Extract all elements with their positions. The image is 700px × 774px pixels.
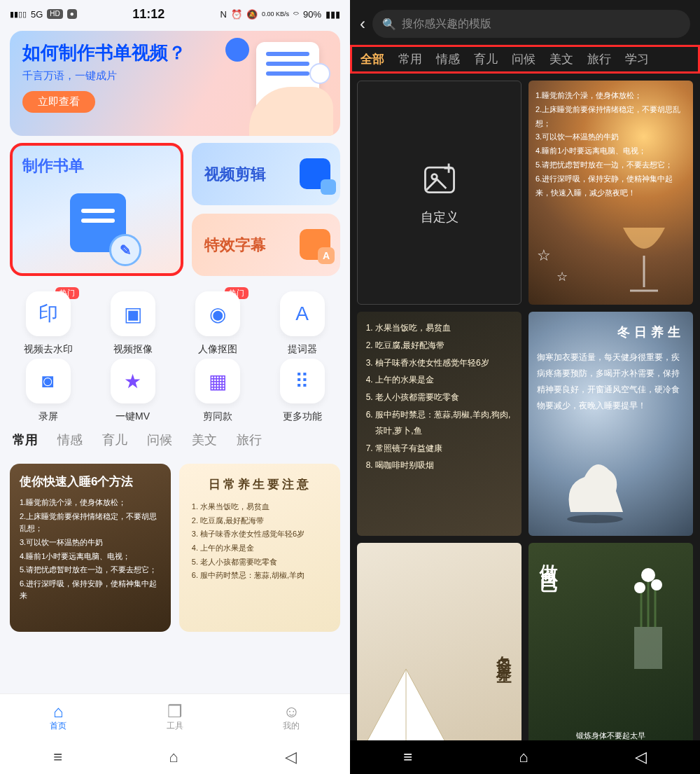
recents-button[interactable]: ≡ bbox=[403, 748, 412, 766]
tile-label: 视频剪辑 bbox=[204, 164, 266, 185]
wineglass-icon bbox=[616, 221, 672, 298]
home-icon: ⌂ bbox=[53, 703, 64, 720]
text-fx-icon bbox=[300, 229, 330, 260]
nfc-icon: N bbox=[220, 9, 227, 20]
tab-emotion[interactable]: 情感 bbox=[436, 51, 460, 67]
bottom-nav: ⌂首页 ❒工具 ☺我的 bbox=[0, 693, 350, 740]
portrait-icon: ◉ bbox=[195, 291, 240, 336]
tab-essay[interactable]: 美文 bbox=[192, 431, 217, 448]
template-title: 使你快速入睡6个方法 bbox=[20, 472, 161, 491]
tool-label: 录屏 bbox=[38, 410, 58, 423]
template-title: 冬日养生 bbox=[537, 320, 685, 344]
filmstrip-icon: ▦ bbox=[195, 359, 240, 403]
svg-point-2 bbox=[567, 515, 623, 523]
banner-cta-button[interactable]: 立即查看 bbox=[22, 91, 95, 113]
category-tabs: 常用 情感 育儿 问候 美文 旅行 bbox=[0, 431, 350, 448]
tool-portrait-cutout[interactable]: 热门◉人像抠图 bbox=[175, 291, 260, 356]
template-be-yourself[interactable]: 做自已 锻炼身体不要起太早 寒冬洗澡不要天天到 bbox=[528, 543, 693, 760]
tab-parenting[interactable]: 育儿 bbox=[102, 431, 127, 448]
tab-greeting[interactable]: 问候 bbox=[147, 431, 172, 448]
category-tabs-right: 全部 常用 情感 育儿 问候 美文 旅行 学习 bbox=[350, 45, 700, 74]
tool-more[interactable]: ⠿更多功能 bbox=[260, 359, 344, 423]
template-card-sleep[interactable]: 使你快速入睡6个方法 1.睡觉前洗个澡，使身体放松； 2.上床睡觉前要保持情绪稳… bbox=[10, 464, 171, 632]
star-icon: ☆ bbox=[537, 242, 551, 270]
template-title: 日常养生要注意 bbox=[189, 475, 330, 494]
tool-label: 剪同款 bbox=[203, 410, 232, 423]
svg-point-6 bbox=[651, 579, 662, 590]
tool-label: 更多功能 bbox=[283, 410, 322, 423]
template-daily-health[interactable]: 水果当饭吃，易贫血 吃豆腐,最好配海带 柚子味香水使女性感觉年轻6岁 上午的水果… bbox=[357, 312, 522, 536]
tool-video-matting[interactable]: ▣视频抠像 bbox=[90, 291, 175, 356]
image-plus-icon bbox=[420, 160, 459, 199]
custom-template-tile[interactable]: 自定义 bbox=[357, 81, 522, 305]
template-list: 水果当饭吃，易贫血 吃豆腐,最好配海带 柚子味香水使女性感觉年轻6岁 上午的水果… bbox=[189, 501, 330, 582]
nav-home[interactable]: ⌂首页 bbox=[50, 703, 66, 732]
search-input[interactable]: 🔍 搜你感兴趣的模版 bbox=[372, 10, 690, 38]
promo-banner[interactable]: 如何制作书单视频？ 千言万语，一键成片 立即查看 bbox=[10, 31, 340, 136]
record-icon: ◙ bbox=[26, 359, 71, 403]
battery-pct: 90% bbox=[303, 9, 321, 20]
back-button[interactable]: ◁ bbox=[635, 748, 647, 766]
flowers-icon bbox=[606, 550, 690, 676]
custom-label: 自定义 bbox=[421, 209, 458, 226]
tab-study[interactable]: 学习 bbox=[625, 51, 649, 67]
tab-essay[interactable]: 美文 bbox=[550, 51, 573, 67]
home-button[interactable]: ⌂ bbox=[519, 748, 528, 766]
nav-profile[interactable]: ☺我的 bbox=[283, 703, 300, 732]
tab-greeting[interactable]: 问候 bbox=[512, 51, 536, 67]
matting-icon: ▣ bbox=[111, 291, 155, 336]
star-icon: ☆ bbox=[556, 265, 568, 288]
back-icon[interactable]: ‹ bbox=[360, 14, 365, 34]
template-winter-book[interactable]: 冬日养生 bbox=[357, 543, 522, 760]
check-icon bbox=[225, 38, 249, 62]
nav-label: 我的 bbox=[283, 720, 300, 732]
tab-travel[interactable]: 旅行 bbox=[237, 431, 262, 448]
toolbox-icon: ❒ bbox=[167, 703, 183, 720]
tab-common[interactable]: 常用 bbox=[398, 51, 422, 67]
template-list: 水果当饭吃，易贫血 吃豆腐,最好配海带 柚子味香水使女性感觉年轻6岁 上午的水果… bbox=[364, 320, 514, 474]
tab-parenting[interactable]: 育儿 bbox=[474, 51, 498, 67]
video-icon bbox=[300, 158, 330, 189]
tool-screen-record[interactable]: ◙录屏 bbox=[6, 359, 90, 423]
recents-button[interactable]: ≡ bbox=[53, 748, 62, 766]
vertical-title: 冬日养生 bbox=[493, 643, 514, 660]
tool-label: 视频抠像 bbox=[113, 343, 153, 356]
vertical-title: 做自已 bbox=[537, 550, 561, 567]
subtitle-fx-tile[interactable]: 特效字幕 bbox=[192, 214, 340, 276]
template-sleep-tips[interactable]: 1.睡觉前洗个澡，使身体放松； 2.上床睡觉前要保持情绪稳定，不要胡思乱想； 3… bbox=[528, 81, 693, 305]
network-type: 5G bbox=[31, 9, 43, 20]
tile-label: 特效字幕 bbox=[204, 235, 266, 256]
wifi-icon: ⌔ bbox=[293, 9, 299, 20]
tab-all[interactable]: 全部 bbox=[360, 51, 384, 67]
tool-clip-same[interactable]: ▦剪同款 bbox=[175, 359, 260, 423]
status-bar: ▮▮▯▯ 5G HD ● 11:12 N ⏰ 🔕 0.00 KB/s ⌔ 90%… bbox=[0, 0, 350, 28]
back-button[interactable]: ◁ bbox=[285, 748, 297, 766]
nav-label: 首页 bbox=[50, 720, 66, 732]
home-button[interactable]: ⌂ bbox=[169, 748, 178, 766]
svg-point-5 bbox=[634, 582, 645, 593]
tool-one-click-mv[interactable]: ★一键MV bbox=[90, 359, 175, 423]
template-body: 御寒加衣要适量，每天健身很重要，疾病疼痛要预防，多喝开水补需要，保持精神要良好，… bbox=[537, 350, 685, 413]
template-card-health[interactable]: 日常养生要注意 水果当饭吃，易贫血 吃豆腐,最好配海带 柚子味香水使女性感觉年轻… bbox=[179, 464, 340, 632]
template-list: 1.睡觉前洗个澡，使身体放松； 2.上床睡觉前要保持情绪稳定，不要胡思乱想； 3… bbox=[20, 497, 161, 602]
pen-icon bbox=[309, 63, 330, 84]
svg-rect-3 bbox=[634, 627, 662, 669]
tab-emotion[interactable]: 情感 bbox=[57, 431, 83, 448]
svg-point-1 bbox=[431, 174, 436, 179]
tab-travel[interactable]: 旅行 bbox=[587, 51, 611, 67]
data-rate: 0.00 KB/s bbox=[262, 11, 289, 18]
android-nav: ≡ ⌂ ◁ bbox=[0, 740, 350, 774]
tab-common[interactable]: 常用 bbox=[13, 431, 38, 448]
template-winter-tips[interactable]: 冬日养生 御寒加衣要适量，每天健身很重要，疾病疼痛要预防，多喝开水补需要，保持精… bbox=[528, 312, 693, 536]
search-placeholder: 搜你感兴趣的模版 bbox=[402, 17, 491, 32]
nav-tools[interactable]: ❒工具 bbox=[167, 703, 183, 732]
signal-icon: ▮▮▯▯ bbox=[10, 10, 27, 19]
video-edit-tile[interactable]: 视频剪辑 bbox=[192, 143, 340, 205]
tool-teleprompter[interactable]: A提词器 bbox=[260, 291, 344, 356]
more-icon: ⠿ bbox=[280, 359, 325, 403]
rec-badge: ● bbox=[67, 9, 77, 19]
tool-label: 一键MV bbox=[115, 410, 150, 423]
create-booklist-tile[interactable]: 制作书单 ✎ bbox=[10, 143, 183, 276]
nav-label: 工具 bbox=[167, 720, 183, 732]
tool-remove-watermark[interactable]: 热门印视频去水印 bbox=[6, 291, 90, 356]
